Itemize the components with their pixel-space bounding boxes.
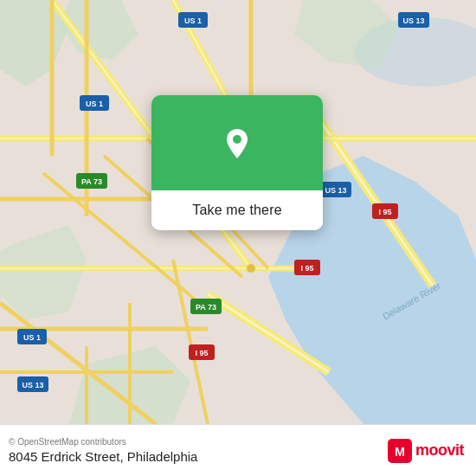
- location-pin-icon: [215, 120, 260, 165]
- svg-text:I 95: I 95: [300, 264, 313, 273]
- svg-text:US 13: US 13: [402, 16, 424, 25]
- moovit-logo: M moovit: [388, 439, 464, 463]
- svg-text:PA 73: PA 73: [196, 303, 216, 312]
- osm-attribution: © OpenStreetMap contributors: [9, 437, 197, 447]
- svg-text:M: M: [395, 445, 405, 459]
- svg-text:US 1: US 1: [23, 333, 41, 342]
- svg-text:US 13: US 13: [325, 186, 346, 195]
- bottom-left-info: © OpenStreetMap contributors 8045 Erdric…: [9, 437, 197, 464]
- moovit-brand-icon: M: [388, 439, 412, 463]
- svg-text:I 95: I 95: [378, 208, 391, 216]
- moovit-label: moovit: [415, 441, 464, 460]
- svg-point-59: [233, 135, 241, 144]
- svg-text:PA 73: PA 73: [81, 177, 102, 186]
- popup-header: [151, 95, 323, 190]
- svg-text:I 95: I 95: [195, 349, 208, 357]
- svg-text:US 13: US 13: [22, 381, 43, 389]
- location-popup: Take me there: [151, 95, 323, 230]
- address-text: 8045 Erdrick Street, Philadelphia: [9, 449, 197, 464]
- svg-point-56: [247, 264, 255, 273]
- take-me-there-button[interactable]: Take me there: [151, 190, 323, 230]
- map-container: Delaware River: [0, 0, 476, 424]
- svg-text:US 1: US 1: [86, 100, 103, 108]
- svg-text:US 1: US 1: [184, 16, 202, 25]
- bottom-bar: © OpenStreetMap contributors 8045 Erdric…: [0, 424, 476, 476]
